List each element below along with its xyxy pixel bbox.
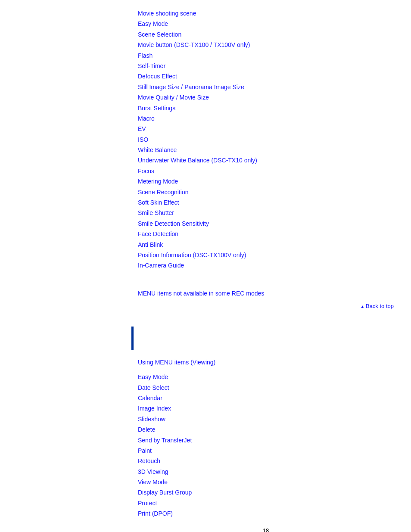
viewing-link-image-index[interactable]: Image Index xyxy=(138,404,394,413)
rec-link-soft-skin-effect[interactable]: Soft Skin Effect xyxy=(138,198,394,207)
rec-link-flash[interactable]: Flash xyxy=(138,51,394,60)
rec-link-defocus-effect[interactable]: Defocus Effect xyxy=(138,72,394,81)
viewing-link-print-dpof[interactable]: Print (DPOF) xyxy=(138,509,394,518)
menu-note[interactable]: MENU items not available in some REC mod… xyxy=(138,289,394,298)
viewing-section: Using MENU items (Viewing) Easy ModeDate… xyxy=(138,359,394,518)
section-divider xyxy=(138,271,394,284)
rec-link-smile-shutter[interactable]: Smile Shutter xyxy=(138,208,394,218)
viewing-section-header[interactable]: Using MENU items (Viewing) xyxy=(138,359,394,366)
rec-link-face-detection[interactable]: Face Detection xyxy=(138,229,394,239)
rec-link-white-balance[interactable]: White Balance xyxy=(138,145,394,155)
section-bar-wrapper xyxy=(138,322,394,352)
rec-link-iso[interactable]: ISO xyxy=(138,135,394,144)
viewing-link-protect[interactable]: Protect xyxy=(138,498,394,508)
rec-link-easy-mode[interactable]: Easy Mode xyxy=(138,19,394,28)
viewing-link-easy-mode-view[interactable]: Easy Mode xyxy=(138,372,394,382)
viewing-link-paint[interactable]: Paint xyxy=(138,446,394,455)
rec-link-burst-settings[interactable]: Burst Settings xyxy=(138,103,394,113)
viewing-link-calendar[interactable]: Calendar xyxy=(138,393,394,403)
rec-links-list: Movie shooting sceneEasy ModeScene Selec… xyxy=(138,9,394,271)
viewing-link-3d-viewing[interactable]: 3D Viewing xyxy=(138,467,394,476)
page-container: Movie shooting sceneEasy ModeScene Selec… xyxy=(0,0,411,532)
viewing-link-view-mode[interactable]: View Mode xyxy=(138,477,394,487)
rec-link-scene-selection[interactable]: Scene Selection xyxy=(138,30,394,39)
rec-link-self-timer[interactable]: Self-Timer xyxy=(138,61,394,71)
rec-link-movie-shooting-scene[interactable]: Movie shooting scene xyxy=(138,9,394,18)
rec-section: Movie shooting sceneEasy ModeScene Selec… xyxy=(138,9,394,532)
rec-link-metering-mode[interactable]: Metering Mode xyxy=(138,177,394,186)
rec-link-scene-recognition[interactable]: Scene Recognition xyxy=(138,187,394,197)
viewing-link-slideshow[interactable]: Slideshow xyxy=(138,414,394,424)
rec-link-macro[interactable]: Macro xyxy=(138,114,394,123)
section-bar-indicator xyxy=(131,327,134,350)
section-bar-area xyxy=(138,322,394,352)
rec-link-focus[interactable]: Focus xyxy=(138,166,394,176)
viewing-link-retouch[interactable]: Retouch xyxy=(138,456,394,466)
viewing-link-display-burst-group[interactable]: Display Burst Group xyxy=(138,488,394,497)
rec-link-movie-quality[interactable]: Movie Quality / Movie Size xyxy=(138,93,394,102)
rec-link-still-image-size[interactable]: Still Image Size / Panorama Image Size xyxy=(138,82,394,92)
viewing-link-date-select[interactable]: Date Select xyxy=(138,383,394,392)
back-to-top-link[interactable]: Back to top xyxy=(360,303,394,309)
back-to-top-container: Back to top xyxy=(138,302,394,309)
rec-link-ev[interactable]: EV xyxy=(138,124,394,134)
rec-link-anti-blink[interactable]: Anti Blink xyxy=(138,240,394,249)
rec-link-movie-button[interactable]: Movie button (DSC-TX100 / TX100V only) xyxy=(138,40,394,50)
rec-link-in-camera-guide[interactable]: In-Camera Guide xyxy=(138,261,394,270)
rec-link-smile-detection-sensitivity[interactable]: Smile Detection Sensitivity xyxy=(138,219,394,228)
rec-link-position-information[interactable]: Position Information (DSC-TX100V only) xyxy=(138,250,394,260)
rec-link-underwater-white-balance[interactable]: Underwater White Balance (DSC-TX10 only) xyxy=(138,156,394,165)
viewing-link-delete[interactable]: Delete xyxy=(138,425,394,434)
viewing-links-list: Easy ModeDate SelectCalendarImage IndexS… xyxy=(138,372,394,518)
page-number: 18 xyxy=(138,527,394,532)
viewing-link-send-by-transferjet[interactable]: Send by TransferJet xyxy=(138,436,394,445)
